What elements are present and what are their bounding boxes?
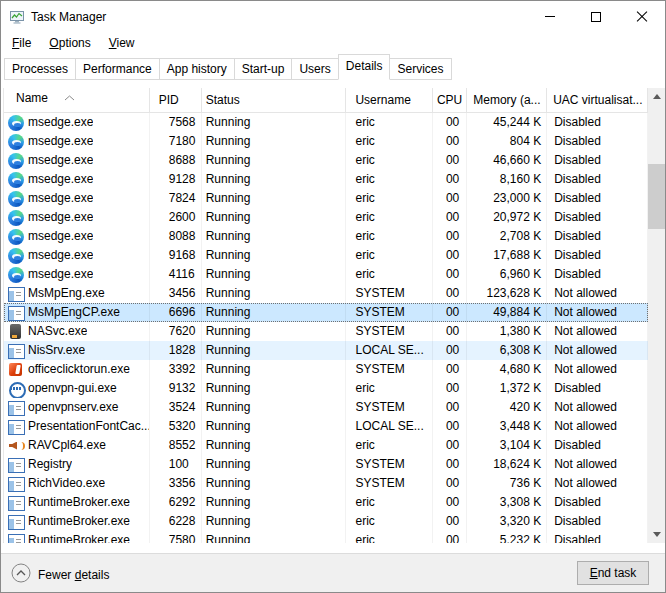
- process-cpu: 00: [433, 436, 467, 455]
- table-row[interactable]: msedge.exe 4116 Running eric 00 6,960 K …: [4, 265, 648, 284]
- default-exe-icon: [8, 476, 24, 492]
- menu-file[interactable]: File: [3, 34, 40, 52]
- process-uac: Not allowed: [547, 417, 648, 436]
- column-header-status[interactable]: Status: [202, 88, 347, 112]
- process-memory: 2,708 K: [467, 227, 547, 246]
- table-row[interactable]: msedge.exe 8688 Running eric 00 46,660 K…: [4, 151, 648, 170]
- process-memory: 123,628 K: [467, 284, 547, 303]
- process-cpu: 00: [433, 284, 467, 303]
- column-header-username[interactable]: Username: [346, 88, 433, 112]
- process-pid: 9128: [150, 170, 202, 189]
- table-row[interactable]: PresentationFontCac... 5320 Running LOCA…: [4, 417, 648, 436]
- table-row[interactable]: msedge.exe 7568 Running eric 00 45,244 K…: [4, 113, 648, 132]
- process-username: eric: [346, 531, 433, 543]
- maximize-button[interactable]: [573, 1, 619, 32]
- tab-app-history[interactable]: App history: [159, 58, 235, 80]
- process-status: Running: [202, 436, 347, 455]
- process-username: SYSTEM: [346, 322, 433, 341]
- close-button[interactable]: [619, 1, 665, 32]
- table-row[interactable]: msedge.exe 9128 Running eric 00 8,160 K …: [4, 170, 648, 189]
- name-cell: msedge.exe: [4, 113, 150, 132]
- process-uac: Not allowed: [547, 455, 648, 474]
- process-status: Running: [202, 246, 347, 265]
- table-row[interactable]: RAVCpl64.exe 8552 Running eric 00 3,104 …: [4, 436, 648, 455]
- process-uac: Disabled: [547, 493, 648, 512]
- table-body: msedge.exe 7568 Running eric 00 45,244 K…: [4, 113, 648, 543]
- tab-details[interactable]: Details: [338, 54, 391, 80]
- process-memory: 3,448 K: [467, 417, 547, 436]
- minimize-button[interactable]: [527, 1, 573, 32]
- table-row[interactable]: RuntimeBroker.exe 7580 Running eric 00 5…: [4, 531, 648, 543]
- column-header-pid[interactable]: PID: [150, 88, 202, 112]
- table-row[interactable]: officeclicktorun.exe 3392 Running SYSTEM…: [4, 360, 648, 379]
- table-row[interactable]: NASvc.exe 7620 Running SYSTEM 00 1,380 K…: [4, 322, 648, 341]
- process-name: msedge.exe: [28, 132, 93, 151]
- table-row[interactable]: Registry 100 Running SYSTEM 00 18,624 K …: [4, 455, 648, 474]
- process-memory: 20,972 K: [467, 208, 547, 227]
- fewer-details-toggle[interactable]: Fewer details: [11, 563, 109, 586]
- scrollbar-arrow-down-icon[interactable]: [648, 526, 665, 543]
- name-cell: NASvc.exe: [4, 322, 150, 341]
- scrollbar-thumb[interactable]: [648, 164, 665, 229]
- tab-performance[interactable]: Performance: [75, 58, 160, 80]
- column-header-memory[interactable]: Memory (a...: [467, 88, 547, 112]
- table-row[interactable]: msedge.exe 7824 Running eric 00 23,000 K…: [4, 189, 648, 208]
- process-cpu: 00: [433, 265, 467, 284]
- process-memory: 420 K: [467, 398, 547, 417]
- table-row[interactable]: msedge.exe 7180 Running eric 00 804 K Di…: [4, 132, 648, 151]
- process-status: Running: [202, 322, 347, 341]
- vertical-scrollbar[interactable]: [648, 88, 665, 543]
- process-pid: 7180: [150, 132, 202, 151]
- edge-icon: [8, 172, 24, 188]
- process-memory: 6,960 K: [467, 265, 547, 284]
- table-row[interactable]: msedge.exe 8088 Running eric 00 2,708 K …: [4, 227, 648, 246]
- process-status: Running: [202, 379, 347, 398]
- process-memory: 3,104 K: [467, 436, 547, 455]
- table-row[interactable]: MsMpEngCP.exe 6696 Running SYSTEM 00 49,…: [4, 303, 648, 322]
- menu-view[interactable]: View: [100, 34, 144, 52]
- table-row[interactable]: openvpn-gui.exe 9132 Running eric 00 1,3…: [4, 379, 648, 398]
- name-cell: msedge.exe: [4, 132, 150, 151]
- table-row[interactable]: RuntimeBroker.exe 6228 Running eric 00 3…: [4, 512, 648, 531]
- process-username: SYSTEM: [346, 360, 433, 379]
- tab-start-up[interactable]: Start-up: [234, 58, 293, 80]
- tab-processes[interactable]: Processes: [4, 58, 76, 80]
- table-row[interactable]: msedge.exe 9168 Running eric 00 17,688 K…: [4, 246, 648, 265]
- process-username: LOCAL SE...: [346, 341, 433, 360]
- column-header-uac[interactable]: UAC virtualisat...: [547, 88, 648, 112]
- default-exe-icon: [8, 457, 24, 473]
- tab-services[interactable]: Services: [389, 58, 451, 80]
- titlebar[interactable]: Task Manager: [1, 1, 665, 32]
- end-task-button[interactable]: End task: [577, 561, 649, 585]
- tab-users[interactable]: Users: [291, 58, 338, 80]
- process-pid: 8088: [150, 227, 202, 246]
- column-header-name[interactable]: Name: [4, 88, 150, 112]
- chevron-up-circle-icon: [11, 563, 31, 586]
- process-memory: 1,380 K: [467, 322, 547, 341]
- task-manager-window: Task Manager File Options View Processes…: [0, 0, 666, 593]
- process-memory: 18,624 K: [467, 455, 547, 474]
- table-row[interactable]: NisSrv.exe 1828 Running LOCAL SE... 00 6…: [4, 341, 648, 360]
- process-uac: Disabled: [547, 265, 648, 284]
- table-row[interactable]: MsMpEng.exe 3456 Running SYSTEM 00 123,6…: [4, 284, 648, 303]
- process-uac: Not allowed: [547, 360, 648, 379]
- scrollbar-arrow-up-icon[interactable]: [648, 88, 665, 105]
- process-uac: Disabled: [547, 151, 648, 170]
- process-pid: 4116: [150, 265, 202, 284]
- process-name: RuntimeBroker.exe: [28, 512, 130, 531]
- edge-icon: [8, 210, 24, 226]
- column-header-cpu[interactable]: CPU: [433, 88, 467, 112]
- menu-options[interactable]: Options: [40, 34, 99, 52]
- table-row[interactable]: openvpnserv.exe 3524 Running SYSTEM 00 4…: [4, 398, 648, 417]
- process-username: eric: [346, 246, 433, 265]
- process-status: Running: [202, 208, 347, 227]
- table-row[interactable]: RuntimeBroker.exe 6292 Running eric 00 3…: [4, 493, 648, 512]
- table-row[interactable]: RichVideo.exe 3356 Running SYSTEM 00 736…: [4, 474, 648, 493]
- table-header: Name PID Status Username CPU Memory (a..…: [4, 88, 648, 113]
- table-row[interactable]: msedge.exe 2600 Running eric 00 20,972 K…: [4, 208, 648, 227]
- process-username: eric: [346, 512, 433, 531]
- process-pid: 3356: [150, 474, 202, 493]
- edge-icon: [8, 229, 24, 245]
- openvpn-globe-icon: [8, 381, 24, 397]
- office-icon: [8, 362, 24, 378]
